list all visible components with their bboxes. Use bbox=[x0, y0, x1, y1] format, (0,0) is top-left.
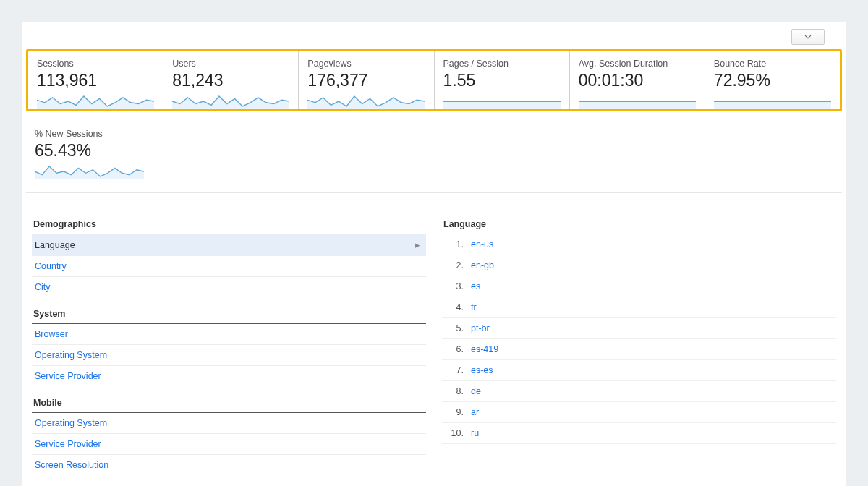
language-link[interactable]: es-es bbox=[471, 365, 493, 375]
dimension-nav-operating-system[interactable]: Operating System▸ bbox=[32, 345, 426, 366]
section-header-mobile: Mobile bbox=[32, 393, 426, 413]
metric-label: Sessions bbox=[37, 59, 154, 69]
language-link[interactable]: ru bbox=[471, 428, 479, 438]
analytics-overview-card: Sessions 113,961 Users 81,243 Pageviews … bbox=[22, 22, 846, 486]
language-row-index: 9. bbox=[445, 407, 464, 417]
dimension-nav-label: Service Provider bbox=[35, 439, 101, 449]
dimension-nav-label: Operating System bbox=[35, 418, 107, 428]
svg-rect-0 bbox=[443, 101, 561, 109]
metric-label: % New Sessions bbox=[35, 129, 144, 139]
language-link[interactable]: de bbox=[471, 386, 481, 396]
metric-pages-per-session[interactable]: Pages / Session 1.55 bbox=[435, 51, 570, 109]
top-toolbar bbox=[22, 29, 846, 49]
language-row: 10.ru bbox=[442, 423, 836, 444]
language-row-index: 5. bbox=[445, 323, 464, 333]
language-row-index: 6. bbox=[445, 344, 464, 354]
spark-avg-duration bbox=[579, 92, 696, 109]
metrics-highlight-row: Sessions 113,961 Users 81,243 Pageviews … bbox=[26, 49, 842, 111]
language-row: 7.es-es bbox=[442, 360, 836, 381]
metric-users[interactable]: Users 81,243 bbox=[163, 51, 299, 109]
spark-sessions bbox=[37, 92, 154, 109]
dimension-nav-city[interactable]: City▸ bbox=[32, 277, 426, 297]
language-row: 4.fr bbox=[442, 297, 836, 318]
metric-bounce-rate[interactable]: Bounce Rate 72.95% bbox=[705, 51, 840, 109]
language-row: 8.de bbox=[442, 381, 836, 402]
dimension-nav-label: Service Provider bbox=[35, 371, 101, 381]
triangle-right-icon: ▸ bbox=[415, 239, 420, 250]
section-header-demographics: Demographics bbox=[32, 215, 426, 234]
language-row-index: 8. bbox=[445, 386, 464, 396]
language-row: 5.pt-br bbox=[442, 318, 836, 339]
language-link[interactable]: es bbox=[471, 281, 480, 291]
language-row-index: 4. bbox=[445, 302, 464, 312]
metric-label: Pages / Session bbox=[443, 59, 561, 69]
table-header-language: Language bbox=[442, 215, 836, 234]
dimension-nav-label: Browser bbox=[35, 329, 68, 339]
dimension-nav-label: Country bbox=[35, 261, 67, 271]
dimension-nav-service-provider[interactable]: Service Provider▸ bbox=[32, 434, 426, 455]
language-row: 9.ar bbox=[442, 402, 836, 423]
dimension-area: Demographics Language▸Country▸City▸ Syst… bbox=[22, 193, 846, 475]
spark-pageviews bbox=[307, 92, 425, 109]
dimension-nav-screen-resolution[interactable]: Screen Resolution▸ bbox=[32, 455, 426, 475]
section-header-system: System bbox=[32, 304, 426, 324]
metric-label: Pageviews bbox=[307, 59, 425, 69]
language-link[interactable]: pt-br bbox=[471, 323, 490, 333]
metric-label: Avg. Session Duration bbox=[579, 59, 696, 69]
dimension-nav-service-provider[interactable]: Service Provider▸ bbox=[32, 366, 426, 386]
metric-value: 113,961 bbox=[37, 71, 154, 90]
metric-avg-session-duration[interactable]: Avg. Session Duration 00:01:30 bbox=[570, 51, 705, 109]
metric-value: 1.55 bbox=[443, 71, 561, 90]
language-row: 1.en-us bbox=[442, 234, 836, 255]
metric-value: 72.95% bbox=[714, 71, 831, 90]
language-link[interactable]: en-gb bbox=[471, 260, 494, 270]
metric-value: 65.43% bbox=[35, 141, 144, 161]
dimension-table: Language 1.en-us2.en-gb3.es4.fr5.pt-br6.… bbox=[442, 215, 836, 475]
chevron-down-icon bbox=[804, 33, 812, 40]
dimension-nav-browser[interactable]: Browser▸ bbox=[32, 324, 426, 345]
dimension-nav-label: Operating System bbox=[35, 350, 107, 360]
spark-users bbox=[172, 92, 289, 109]
svg-rect-4 bbox=[714, 101, 831, 109]
language-row-index: 2. bbox=[445, 260, 464, 270]
export-dropdown-button[interactable] bbox=[791, 29, 825, 45]
svg-rect-2 bbox=[579, 101, 696, 109]
metric-sessions[interactable]: Sessions 113,961 bbox=[28, 51, 163, 109]
dimension-nav-label: Language bbox=[35, 240, 75, 250]
language-row-index: 10. bbox=[445, 428, 464, 438]
metric-label: Users bbox=[172, 59, 289, 69]
spark-bounce-rate bbox=[714, 92, 831, 109]
dimension-nav-country[interactable]: Country▸ bbox=[32, 256, 426, 277]
language-row-index: 3. bbox=[445, 281, 464, 291]
spark-pages-per-session bbox=[443, 92, 561, 109]
dimension-nav: Demographics Language▸Country▸City▸ Syst… bbox=[32, 215, 426, 475]
language-row-index: 7. bbox=[445, 365, 464, 375]
metric-label: Bounce Rate bbox=[714, 59, 831, 69]
spark-new-sessions bbox=[35, 162, 144, 179]
language-row: 3.es bbox=[442, 276, 836, 297]
dimension-nav-label: City bbox=[35, 282, 51, 292]
metric-pageviews[interactable]: Pageviews 176,377 bbox=[299, 51, 434, 109]
metrics-second-row: % New Sessions 65.43% bbox=[26, 122, 842, 193]
language-link[interactable]: en-us bbox=[471, 239, 493, 250]
language-row: 6.es-419 bbox=[442, 339, 836, 360]
metric-value: 176,377 bbox=[307, 71, 425, 90]
dimension-nav-operating-system[interactable]: Operating System▸ bbox=[32, 413, 426, 434]
metric-value: 00:01:30 bbox=[579, 71, 696, 90]
language-link[interactable]: fr bbox=[471, 302, 477, 312]
language-row: 2.en-gb bbox=[442, 255, 836, 276]
metric-new-sessions[interactable]: % New Sessions 65.43% bbox=[26, 122, 153, 179]
dimension-nav-language[interactable]: Language▸ bbox=[32, 234, 426, 256]
metric-value: 81,243 bbox=[172, 71, 289, 90]
language-link[interactable]: es-419 bbox=[471, 344, 498, 354]
language-link[interactable]: ar bbox=[471, 407, 479, 417]
dimension-nav-label: Screen Resolution bbox=[35, 460, 109, 470]
language-row-index: 1. bbox=[445, 239, 464, 250]
